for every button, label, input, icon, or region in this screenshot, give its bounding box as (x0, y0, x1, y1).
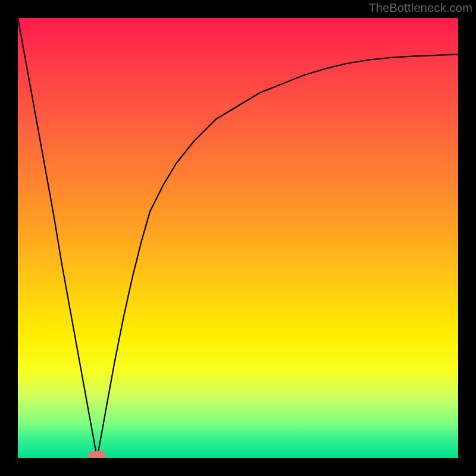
valley-marker (88, 451, 106, 458)
chart-frame: TheBottleneck.com (0, 0, 476, 476)
bottleneck-curve (18, 18, 458, 458)
watermark-text: TheBottleneck.com (368, 1, 472, 15)
curve-layer (18, 18, 458, 458)
plot-area (18, 18, 458, 458)
